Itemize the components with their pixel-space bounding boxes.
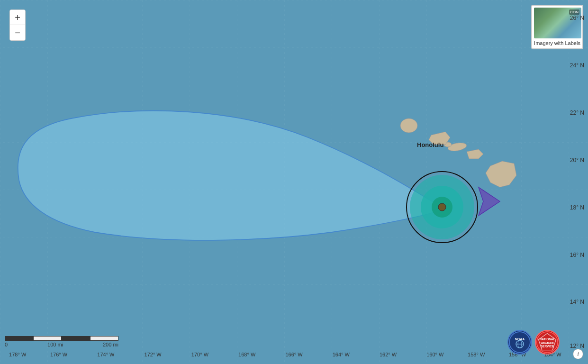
lat-label-24n: 24° N <box>570 62 584 69</box>
svg-point-8 <box>444 142 452 147</box>
scale-bar: 0 100 mi 200 mi <box>5 336 118 347</box>
lon-label-160w: 160° W <box>426 352 443 357</box>
svg-point-3 <box>421 186 463 228</box>
logos-container: NOAA NATIONAL WEATHER SERVICE <box>507 330 560 355</box>
scale-seg-2 <box>33 336 62 341</box>
lon-label-170w: 170° W <box>191 352 208 357</box>
svg-point-7 <box>447 142 467 153</box>
svg-text:SERVICE: SERVICE <box>541 345 554 348</box>
lon-label-162w: 162° W <box>380 352 397 357</box>
svg-point-5 <box>438 203 446 211</box>
scale-seg-4 <box>90 336 118 341</box>
scale-seg-1 <box>5 336 33 341</box>
lat-label-22n: 22° N <box>570 109 584 116</box>
lat-label-26n: 26° N <box>570 15 584 21</box>
lon-label-178w: 178° W <box>9 352 26 357</box>
layer-thumbnail[interactable]: Imagery with Labels <box>531 5 583 49</box>
lat-label-14n: 14° N <box>570 299 584 305</box>
lon-label-168w: 168° W <box>238 352 255 357</box>
svg-text:NATIONAL: NATIONAL <box>540 337 555 341</box>
lon-label-174w: 174° W <box>97 352 114 357</box>
lon-label-164w: 164° W <box>333 352 350 357</box>
lon-label-176w: 176° W <box>50 352 67 357</box>
zoom-in-button[interactable]: + <box>10 10 25 25</box>
zoom-controls: + − <box>9 9 26 41</box>
svg-marker-6 <box>479 187 500 216</box>
lon-label-172w: 172° W <box>145 352 162 357</box>
noaa-logo: NOAA <box>507 330 532 355</box>
lat-label-20n: 20° N <box>570 157 584 164</box>
lat-label-12n: 12° N <box>570 343 584 349</box>
honolulu-label: Honolulu <box>417 141 443 148</box>
nws-logo: NATIONAL WEATHER SERVICE <box>535 330 560 355</box>
lon-label-158w: 158° W <box>468 352 485 357</box>
scale-seg-3 <box>62 336 90 341</box>
lat-label-16n: 16° N <box>570 252 584 258</box>
thumbnail-label: Imagery with Labels <box>534 40 580 46</box>
svg-point-9 <box>400 118 417 133</box>
svg-point-2 <box>410 175 474 239</box>
lat-label-18n: 18° N <box>570 204 584 211</box>
svg-text:WEATHER: WEATHER <box>541 342 553 345</box>
thumbnail-image <box>534 8 581 38</box>
svg-rect-0 <box>0 0 588 364</box>
storm-overlay <box>0 0 588 364</box>
scale-zero: 0 <box>5 342 8 347</box>
scale-200mi: 200 mi <box>103 342 118 347</box>
zoom-out-button[interactable]: − <box>10 25 25 40</box>
scale-100mi: 100 mi <box>47 342 63 347</box>
map-container: + − Imagery with Labels Honolulu 26° N 2… <box>0 0 588 364</box>
svg-point-10 <box>509 332 530 353</box>
info-button[interactable]: i <box>573 349 583 359</box>
lon-label-166w: 166° W <box>285 352 302 357</box>
svg-point-4 <box>432 197 452 218</box>
svg-point-1 <box>407 172 478 243</box>
